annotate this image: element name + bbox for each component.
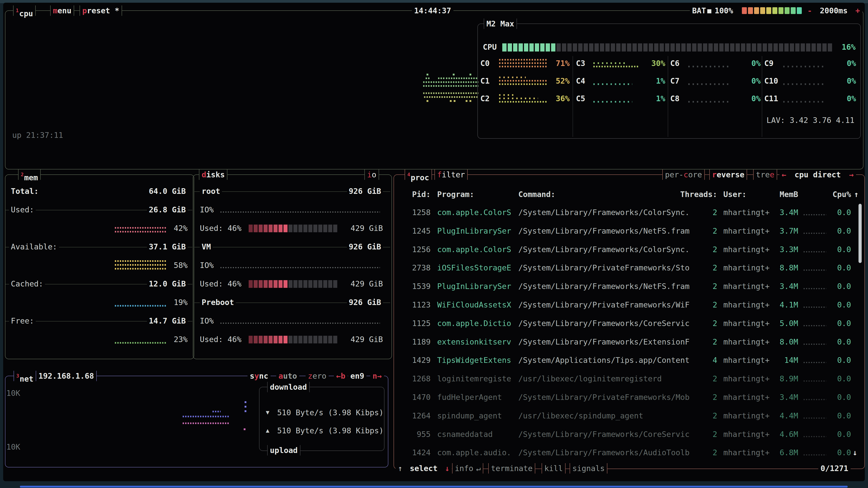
col-pid: Pid:: [399, 190, 431, 199]
battery-block: [748, 7, 753, 14]
tab-disks[interactable]: disks: [199, 169, 227, 180]
cpu-meter-block: [551, 43, 555, 52]
core-percent: 0%: [829, 59, 856, 68]
tab-cpu[interactable]: 1cpu: [13, 5, 36, 16]
cpu-meter-block: [524, 43, 528, 52]
select-control[interactable]: ↑ select ↓: [396, 463, 452, 474]
net-auto-toggle[interactable]: auto: [276, 371, 299, 381]
net-zero-toggle[interactable]: zero: [306, 371, 329, 381]
disk-io-label: IO%: [200, 316, 214, 325]
mem-stat-meter: [115, 260, 166, 262]
proc-command: /System/Library/Frameworks/ExtensionF: [518, 337, 689, 346]
proc-row[interactable]: 1268 loginitemregiste /usr/libexec/login…: [394, 374, 864, 384]
disk-io-label: IO%: [200, 261, 214, 270]
core-graph-row: [499, 98, 538, 99]
disk-used-value: 429 GiB: [316, 224, 383, 233]
proc-program: WiFiCloudAssetsX: [437, 300, 511, 309]
cpu-meter-block: [725, 43, 729, 52]
proc-row[interactable]: 1429 TipsWidgetExtens /System/Applicatio…: [394, 356, 864, 365]
proc-tree-toggle[interactable]: tree: [753, 169, 777, 180]
proc-row[interactable]: 1245 PlugInLibrarySer /System/Library/Fr…: [394, 226, 864, 236]
proc-pid: 1123: [399, 300, 431, 309]
mem-stat-value: 26.8 GiB: [113, 205, 188, 214]
core-label: C3: [576, 59, 585, 68]
cpu-meter-block: [714, 43, 718, 52]
proc-row[interactable]: 1539 PlugInLibrarySer /System/Library/Fr…: [394, 282, 864, 292]
interval-increase-button[interactable]: +: [855, 6, 860, 15]
preset-button[interactable]: preset *: [80, 5, 122, 16]
proc-program: com.apple.Dictio: [437, 319, 511, 328]
kill-button[interactable]: kill: [541, 463, 565, 474]
disks-io-toggle[interactable]: io: [364, 169, 379, 180]
proc-percore-toggle[interactable]: per-core: [662, 169, 705, 180]
proc-row[interactable]: 1256 com.apple.ColorS /System/Library/Fr…: [394, 245, 864, 255]
cpu-meter-block: [703, 43, 707, 52]
cpu-meter-block: [546, 43, 550, 52]
net-next-interface-button[interactable]: n→: [370, 371, 384, 381]
proc-threads: 2: [697, 337, 717, 346]
proc-threads: 2: [697, 319, 717, 328]
sort-left-arrow-icon[interactable]: ←: [782, 170, 786, 179]
mem-stat-meter: [115, 305, 166, 306]
proc-mem: 3.4M: [769, 393, 798, 402]
disk-used-block: [303, 336, 307, 344]
proc-row[interactable]: 1258 com.apple.ColorS /System/Library/Fr…: [394, 208, 864, 218]
proc-user: mhartingt+: [723, 411, 770, 420]
menu-button[interactable]: menu: [50, 5, 74, 16]
net-sync-toggle[interactable]: sync: [248, 371, 271, 381]
proc-cpu: 0.0: [830, 430, 851, 439]
upload-arrow-icon: ▲: [266, 427, 270, 434]
proc-command: /System/Library/Frameworks/ColorSync.: [518, 245, 689, 254]
interval-decrease-button[interactable]: -: [807, 6, 812, 15]
proc-filter-button[interactable]: filter: [434, 169, 468, 180]
cpu-meter-block: [562, 43, 566, 52]
proc-threads: 2: [697, 245, 717, 254]
proc-mem: 5.0M: [769, 319, 798, 328]
tab-mem[interactable]: 2mem: [18, 169, 41, 180]
proc-row[interactable]: 955 csnameddatad /System/Library/Framewo…: [394, 430, 864, 440]
disk-used-block: [269, 225, 273, 232]
proc-command: /System/Library/Frameworks/NetFS.fram: [518, 282, 689, 291]
proc-row[interactable]: 1189 extensionkitserv /System/Library/Fr…: [394, 337, 864, 347]
proc-row[interactable]: 1123 WiFiCloudAssetsX /System/Library/Pr…: [394, 300, 864, 310]
proc-row[interactable]: 1424 com.apple.audio. /System/Library/Fr…: [394, 448, 864, 458]
mem-stat-label: Free:: [9, 316, 36, 325]
core-graph-row: [499, 62, 548, 64]
tab-net[interactable]: 3net: [13, 371, 36, 381]
proc-program: fudHelperAgent: [437, 393, 502, 402]
cpu-hotkey-number: 1: [16, 8, 19, 13]
proc-row[interactable]: 1125 com.apple.Dictio /System/Library/Fr…: [394, 319, 864, 329]
proc-reverse-toggle[interactable]: reverse: [709, 169, 747, 180]
proc-sort-selector[interactable]: ← cpu direct →: [779, 169, 856, 180]
proc-cpu: 0.0: [830, 245, 851, 254]
proc-threads: 4: [697, 356, 717, 365]
proc-user: mhartingt+: [723, 448, 770, 457]
proc-threads: 2: [697, 263, 717, 272]
proc-scrollbar[interactable]: [859, 204, 862, 263]
net-speed-box: [259, 387, 384, 451]
proc-threads: 2: [697, 208, 717, 217]
cpu-meter-block: [594, 43, 599, 52]
sort-right-arrow-icon[interactable]: →: [849, 170, 854, 179]
proc-user: mhartingt+: [723, 263, 770, 272]
proc-row[interactable]: 1264 spindump_agent /usr/libexec/spindum…: [394, 411, 864, 421]
cpu-meter-block: [741, 43, 745, 52]
proc-mem: 3.3M: [769, 245, 798, 254]
proc-mem-dots: [804, 306, 826, 308]
disk-used-block: [283, 336, 287, 344]
cpu-meter-block: [779, 43, 783, 52]
tab-proc[interactable]: 4proc: [405, 169, 432, 180]
signals-button[interactable]: signals: [569, 463, 608, 474]
disk-size: 926 GiB: [316, 242, 383, 251]
proc-mem-dots: [804, 288, 826, 289]
proc-mem: 8.9M: [769, 374, 798, 383]
cpu-meter-block: [730, 43, 735, 52]
core-label: C8: [670, 94, 680, 103]
col-threads: Threads:: [680, 190, 717, 199]
terminate-button[interactable]: terminate: [488, 463, 535, 474]
proc-row[interactable]: 2738 iOSFilesStorageE /System/Library/Pr…: [394, 263, 864, 273]
proc-pid: 1470: [399, 393, 431, 402]
net-prev-interface-button[interactable]: ←b: [334, 371, 348, 381]
proc-row[interactable]: 1470 fudHelperAgent /System/Library/Priv…: [394, 393, 864, 402]
info-button[interactable]: info↵: [452, 463, 483, 474]
